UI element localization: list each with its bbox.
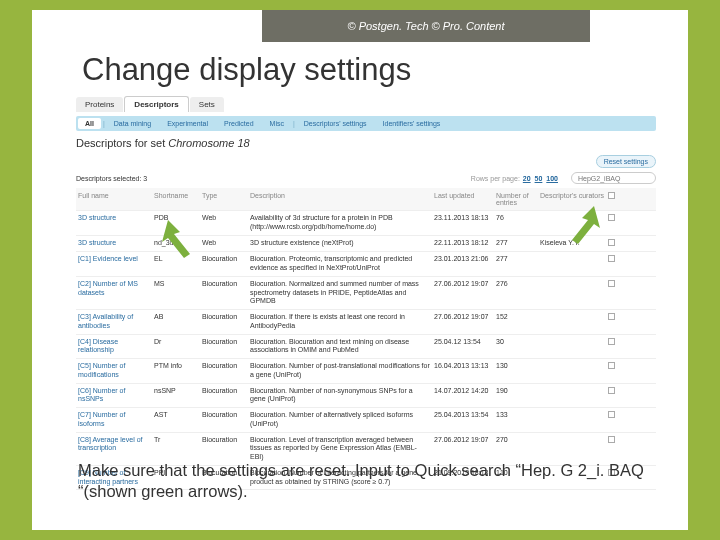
table-row: [C2] Number of MS datasetsMSBiocurationB… — [76, 277, 656, 310]
th-type[interactable]: Type — [200, 191, 248, 200]
cell-type: Biocuration — [200, 335, 248, 350]
cell-description: Biocuration. Normalized and summed numbe… — [248, 277, 432, 309]
row-checkbox[interactable] — [608, 411, 615, 418]
cell-entries: 277 — [494, 236, 538, 251]
cell-shortname: Dr — [152, 335, 200, 350]
slide: © Postgen. Tech © Pro. Content Change di… — [32, 10, 688, 530]
cell-shortname: nsSNP — [152, 384, 200, 399]
th-lastupdated[interactable]: Last updated — [432, 191, 494, 200]
rows-per-page: Rows per page: 20 50 100 — [471, 175, 559, 182]
cell-type: Biocuration — [200, 277, 248, 292]
cell-entries: 76 — [494, 211, 538, 226]
controls-bar: Descriptors selected: 3 Rows per page: 2… — [76, 172, 656, 184]
rpp-20[interactable]: 20 — [523, 175, 531, 182]
table-row: [C6] Number of nsSNPsnsSNPBiocurationBio… — [76, 384, 656, 409]
subtab-misc[interactable]: Misc — [263, 118, 291, 129]
row-checkbox[interactable] — [608, 214, 615, 221]
cell-entries: 130 — [494, 359, 538, 374]
row-checkbox[interactable] — [608, 338, 615, 345]
row-checkbox[interactable] — [608, 280, 615, 287]
cell-curators — [538, 408, 606, 414]
cell-fullname[interactable]: [C5] Number of modifications — [76, 359, 152, 383]
set-title: Descriptors for set Chromosome 18 — [76, 137, 656, 149]
tab-descriptors[interactable]: Descriptors — [124, 96, 188, 112]
page-title: Change display settings — [82, 52, 411, 88]
cell-entries: 270 — [494, 433, 538, 448]
cell-type: Web — [200, 211, 248, 226]
subtabs: All| Data mining Experimental Predicted … — [76, 116, 656, 131]
cell-type: Web — [200, 236, 248, 251]
th-curators[interactable]: Descriptor's curators — [538, 191, 606, 200]
cell-lastupdated: 22.11.2013 18:12 — [432, 236, 494, 251]
svg-marker-0 — [162, 220, 190, 258]
cell-description: 3D structure existence (neXtProt) — [248, 236, 432, 251]
cell-lastupdated: 27.06.2012 19:07 — [432, 310, 494, 325]
cell-type: Biocuration — [200, 433, 248, 448]
cell-curators — [538, 277, 606, 283]
cell-shortname: PTM info — [152, 359, 200, 374]
cell-entries: 190 — [494, 384, 538, 399]
cell-entries: 276 — [494, 277, 538, 292]
cell-entries: 152 — [494, 310, 538, 325]
th-shortname[interactable]: Shortname — [152, 191, 200, 200]
cell-fullname[interactable]: 3D structure — [76, 211, 152, 226]
row-checkbox[interactable] — [608, 362, 615, 369]
row-checkbox[interactable] — [608, 255, 615, 262]
cell-fullname[interactable]: [C8] Average level of transcription — [76, 433, 152, 457]
table-row: [C3] Availability of antibodiesABBiocura… — [76, 310, 656, 335]
row-checkbox[interactable] — [608, 436, 615, 443]
cell-description: Biocuration. Number of alternatively spl… — [248, 408, 432, 432]
th-description[interactable]: Description — [248, 191, 432, 200]
table-row: [C7] Number of isoformsASTBiocurationBio… — [76, 408, 656, 433]
cell-fullname[interactable]: [C6] Number of nsSNPs — [76, 384, 152, 408]
cell-curators — [538, 335, 606, 341]
svg-marker-1 — [572, 206, 600, 244]
cell-shortname: Tr — [152, 433, 200, 448]
tab-proteins[interactable]: Proteins — [76, 97, 123, 112]
copyright-text: © Postgen. Tech © Pro. Content — [347, 20, 504, 32]
cell-fullname[interactable]: [C7] Number of isoforms — [76, 408, 152, 432]
cell-fullname[interactable]: [C2] Number of MS datasets — [76, 277, 152, 301]
cell-fullname[interactable]: [C4] Disease relationship — [76, 335, 152, 359]
quick-search-input[interactable]: HepG2_iBAQ — [571, 172, 656, 184]
subtab-datamining[interactable]: Data mining — [107, 118, 158, 129]
tab-sets[interactable]: Sets — [190, 97, 224, 112]
th-entries[interactable]: Number of entries — [494, 191, 538, 207]
cell-description: Biocuration. Biocuration and text mining… — [248, 335, 432, 359]
rpp-100[interactable]: 100 — [546, 175, 558, 182]
cell-shortname: AB — [152, 310, 200, 325]
cell-curators — [538, 252, 606, 258]
cell-lastupdated: 23.01.2013 21:06 — [432, 252, 494, 267]
subtab-all[interactable]: All — [78, 118, 101, 129]
cell-lastupdated: 16.04.2013 13:13 — [432, 359, 494, 374]
cell-fullname[interactable]: [C3] Availability of antibodies — [76, 310, 152, 334]
rpp-50[interactable]: 50 — [535, 175, 543, 182]
cell-description: Biocuration. Proteomic, transcriptomic a… — [248, 252, 432, 276]
cell-curators — [538, 433, 606, 439]
row-checkbox[interactable] — [608, 387, 615, 394]
cell-lastupdated: 14.07.2012 14:20 — [432, 384, 494, 399]
cell-type: Biocuration — [200, 310, 248, 325]
cell-description: Biocuration. Number of post-translationa… — [248, 359, 432, 383]
row-checkbox[interactable] — [608, 239, 615, 246]
th-fullname[interactable]: Full name — [76, 191, 152, 200]
subtab-experimental[interactable]: Experimental — [160, 118, 215, 129]
reset-settings-button[interactable]: Reset settings — [596, 155, 656, 168]
app-panel: Proteins Descriptors Sets All| Data mini… — [76, 96, 656, 458]
subtab-ident-settings[interactable]: Identifiers' settings — [376, 118, 448, 129]
subtab-predicted[interactable]: Predicted — [217, 118, 261, 129]
cell-fullname[interactable]: 3D structure — [76, 236, 152, 251]
row-checkbox[interactable] — [608, 313, 615, 320]
cell-fullname[interactable]: [C1] Evidence level — [76, 252, 152, 267]
cell-curators — [538, 359, 606, 365]
cell-description: Availability of 3d structure for a prote… — [248, 211, 432, 235]
subtab-desc-settings[interactable]: Descriptors' settings — [297, 118, 374, 129]
cell-lastupdated: 27.06.2012 19:07 — [432, 277, 494, 292]
select-all-checkbox[interactable] — [608, 192, 615, 199]
cell-description: Biocuration. Number of non-synonymous SN… — [248, 384, 432, 408]
green-arrow-left — [160, 220, 200, 260]
tabs-top: Proteins Descriptors Sets — [76, 96, 656, 112]
table-row: [C5] Number of modificationsPTM infoBioc… — [76, 359, 656, 384]
top-bar: Reset settings — [76, 155, 656, 168]
cell-type: Biocuration — [200, 384, 248, 399]
